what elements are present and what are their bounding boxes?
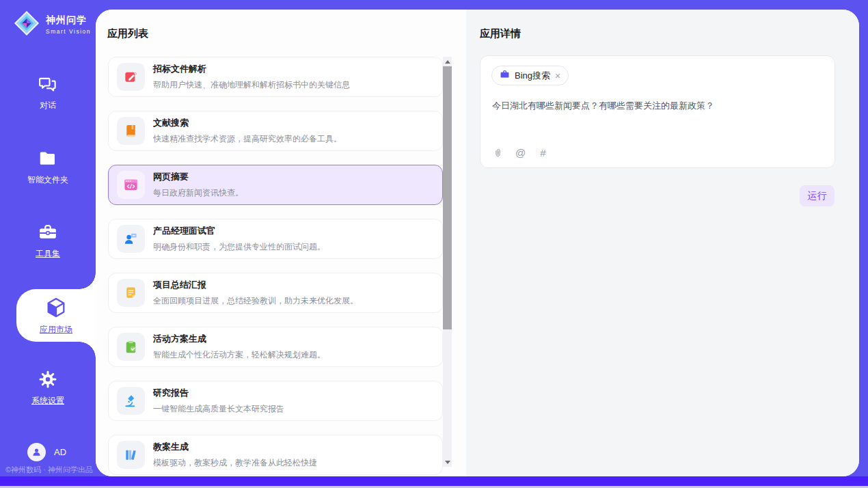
- interviewer-icon: [117, 225, 145, 253]
- cube-icon: [44, 296, 68, 322]
- clipboard-check-icon: [117, 333, 145, 361]
- app-detail-panel: 应用详情 Bing搜索 × 今日湖北有哪些新闻要点？有哪些需要关注的最新政策？: [466, 10, 859, 476]
- bottom-accent-bar: [0, 476, 868, 486]
- book-icon: [117, 117, 145, 145]
- app-description: 每日政府新闻资讯快查。: [153, 187, 243, 199]
- sidebar: 神州问学 Smart Vision 对话 智能文件夹: [0, 0, 96, 488]
- app-list-panel: 应用列表 招标文件解析 帮助用户快速、准确地理解和解析招标书中的关键信息: [96, 10, 466, 476]
- sidebar-item-label: 工具集: [36, 248, 60, 260]
- folder-icon: [38, 148, 58, 172]
- app-description: 帮助用户快速、准确地理解和解析招标书中的关键信息: [153, 79, 350, 91]
- sidebar-item-app-market[interactable]: 应用市场: [16, 289, 96, 342]
- mention-icon[interactable]: @: [515, 147, 526, 159]
- app-card-lesson-plan[interactable]: 教案生成 模板驱动，教案秒成，教学准备从此轻松快捷: [108, 435, 443, 475]
- sidebar-item-label: 智能文件夹: [27, 174, 68, 186]
- tool-tag-label: Bing搜索: [515, 70, 550, 82]
- query-input[interactable]: 今日湖北有哪些新闻要点？有哪些需要关注的最新政策？: [492, 99, 824, 113]
- composer-toolbar: @ #: [492, 147, 549, 159]
- app-detail-title: 应用详情: [480, 27, 521, 40]
- app-list-scrollbar[interactable]: [443, 57, 452, 467]
- composer-card[interactable]: Bing搜索 × 今日湖北有哪些新闻要点？有哪些需要关注的最新政策？ @ #: [480, 55, 835, 168]
- app-card-web-summary[interactable]: 网页摘要 每日政府新闻资讯快查。: [108, 165, 443, 205]
- paperclip-icon[interactable]: [492, 147, 504, 159]
- chat-icon: [38, 74, 58, 97]
- app-description: 全面回顾项目进展，总结经验教训，助力未来优化发展。: [153, 295, 358, 307]
- copyright-text: ©神州数码 · 神州问学出品: [5, 465, 93, 475]
- diamond-logo-icon: [14, 10, 40, 39]
- app-description: 一键智能生成高质量长文本研究报告: [153, 403, 284, 415]
- tool-tag-bing-search[interactable]: Bing搜索 ×: [491, 66, 569, 85]
- user-avatar-icon: [27, 443, 46, 461]
- app-title: 招标文件解析: [153, 63, 350, 75]
- scrollbar-thumb[interactable]: [443, 66, 452, 329]
- scroll-up-button[interactable]: [443, 57, 452, 66]
- scroll-down-button[interactable]: [443, 457, 452, 467]
- microscope-icon: [117, 387, 145, 415]
- app-card-bid-document-analysis[interactable]: 招标文件解析 帮助用户快速、准确地理解和解析招标书中的关键信息: [108, 57, 443, 97]
- sidebar-item-settings[interactable]: 系统设置: [0, 369, 96, 407]
- sidebar-item-chat[interactable]: 对话: [0, 74, 96, 111]
- app-description: 明确身份和职责，为您提供专业性的面试问题。: [153, 241, 325, 253]
- app-card-list: 招标文件解析 帮助用户快速、准确地理解和解析招标书中的关键信息 文献搜索: [108, 57, 443, 476]
- app-title: 产品经理面试官: [153, 225, 325, 237]
- app-title: 文献搜索: [153, 117, 342, 129]
- hash-icon[interactable]: #: [537, 147, 549, 159]
- app-card-research-report[interactable]: 研究报告 一键智能生成高质量长文本研究报告: [108, 381, 443, 421]
- app-description: 模板驱动，教案秒成，教学准备从此轻松快捷: [153, 457, 317, 469]
- close-icon[interactable]: ×: [555, 71, 560, 81]
- books-icon: [117, 441, 145, 469]
- toolbox-icon: [38, 222, 58, 245]
- triangle-down-icon: [445, 461, 450, 464]
- run-button[interactable]: 运行: [800, 185, 835, 206]
- app-title: 教案生成: [153, 441, 317, 453]
- app-window: 神州问学 Smart Vision 对话 智能文件夹: [0, 0, 868, 488]
- app-description: 智能生成个性化活动方案，轻松解决规划难题。: [153, 349, 325, 361]
- sidebar-item-label: 系统设置: [31, 395, 64, 407]
- app-title: 网页摘要: [153, 171, 243, 183]
- app-card-project-summary[interactable]: 项目总结汇报 全面回顾项目进展，总结经验教训，助力未来优化发展。: [108, 273, 443, 313]
- main-content: 应用列表 招标文件解析 帮助用户快速、准确地理解和解析招标书中的关键信息: [96, 10, 859, 476]
- brand-logo: 神州问学 Smart Vision: [14, 10, 91, 39]
- sidebar-item-label: 对话: [40, 100, 56, 111]
- app-list-title: 应用列表: [107, 27, 148, 40]
- triangle-up-icon: [445, 60, 450, 64]
- browser-code-icon: [117, 171, 145, 199]
- brand-subtitle: Smart Vision: [46, 28, 91, 35]
- user-account[interactable]: AD: [27, 443, 66, 461]
- document-edit-icon: [117, 63, 145, 91]
- app-description: 快速精准查找学术资源，提高研究效率的必备工具。: [153, 133, 342, 145]
- brand-name: 神州问学: [46, 14, 91, 27]
- note-icon: [117, 279, 145, 307]
- app-title: 研究报告: [153, 387, 284, 399]
- user-initials: AD: [54, 447, 66, 457]
- sidebar-item-toolset[interactable]: 工具集: [0, 222, 96, 260]
- app-title: 项目总结汇报: [153, 279, 358, 291]
- app-title: 活动方案生成: [153, 333, 325, 345]
- app-card-pm-interviewer[interactable]: 产品经理面试官 明确身份和职责，为您提供专业性的面试问题。: [108, 219, 443, 259]
- sidebar-item-label: 应用市场: [40, 324, 72, 336]
- app-card-literature-search[interactable]: 文献搜索 快速精准查找学术资源，提高研究效率的必备工具。: [108, 111, 443, 151]
- gear-icon: [38, 369, 58, 392]
- briefcase-icon: [500, 69, 510, 82]
- app-card-event-plan[interactable]: 活动方案生成 智能生成个性化活动方案，轻松解决规划难题。: [108, 327, 443, 367]
- sidebar-item-smart-folder[interactable]: 智能文件夹: [0, 148, 96, 186]
